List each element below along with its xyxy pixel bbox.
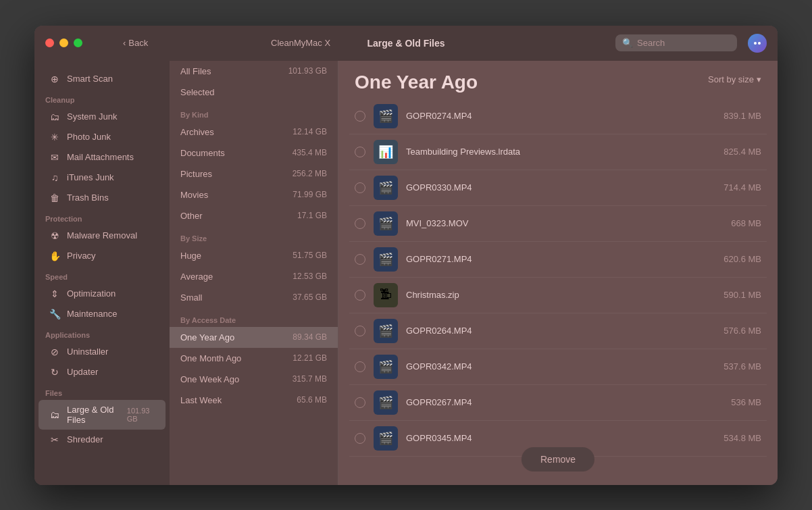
sidebar-item-updater[interactable]: ↻ Updater <box>39 362 166 382</box>
sidebar-item-label: Optimization <box>67 288 116 299</box>
table-row[interactable]: 🗜 Christmas.zip 590.1 MB <box>349 278 767 313</box>
system-junk-icon: 🗂 <box>49 111 60 122</box>
file-checkbox[interactable] <box>355 218 365 229</box>
sidebar-item-optimization[interactable]: ⇕ Optimization <box>39 284 166 304</box>
sidebar-item-maintenance[interactable]: 🔧 Maintenance <box>39 304 166 324</box>
file-icon: 📊 <box>374 140 398 164</box>
sidebar-section-speed: Speed <box>34 266 170 284</box>
sidebar-item-large-old-files[interactable]: 🗂 Large & Old Files 101.93 GB <box>39 400 166 430</box>
sidebar-item-itunes-junk[interactable]: ♫ iTunes Junk <box>39 168 166 188</box>
filter-section-by-kind: By Kind <box>170 103 338 122</box>
trash-icon: 🗑 <box>49 193 60 203</box>
sort-label: Sort by size <box>708 74 754 84</box>
filter-label: One Month Ago <box>180 353 241 363</box>
table-row[interactable]: 🎬 MVI_0323.MOV 668 MB <box>349 206 767 242</box>
filter-archives[interactable]: Archives 12.14 GB <box>170 122 338 143</box>
avatar[interactable] <box>748 34 767 53</box>
filter-label: Movies <box>180 190 208 200</box>
file-checkbox[interactable] <box>355 147 365 157</box>
filter-one-month-ago[interactable]: One Month Ago 12.21 GB <box>170 348 338 369</box>
sidebar-item-smart-scan[interactable]: ⊕ Smart Scan <box>39 69 166 89</box>
sidebar-item-system-junk[interactable]: 🗂 System Junk <box>39 107 166 127</box>
filter-section-by-size: By Size <box>170 226 338 245</box>
minimize-button[interactable] <box>59 39 68 47</box>
file-icon: 🎬 <box>374 247 398 272</box>
filter-movies[interactable]: Movies 71.99 GB <box>170 184 338 205</box>
search-bar[interactable]: 🔍 <box>615 34 737 51</box>
filter-section-by-access: By Access Date <box>170 308 338 327</box>
file-checkbox[interactable] <box>355 182 365 193</box>
table-row[interactable]: 🎬 GOPR0342.MP4 537.6 MB <box>349 349 767 385</box>
sidebar-item-label: Uninstaller <box>67 347 108 357</box>
search-input[interactable] <box>637 38 730 48</box>
avatar-dot <box>758 42 761 45</box>
table-row[interactable]: 🎬 GOPR0271.MP4 620.6 MB <box>349 242 767 278</box>
filter-average[interactable]: Average 12.53 GB <box>170 266 338 287</box>
filter-small[interactable]: Small 37.65 GB <box>170 287 338 308</box>
filter-size: 435.4 MB <box>293 148 327 157</box>
sidebar-item-label: Large & Old Files <box>67 405 120 425</box>
sidebar-item-label: Trash Bins <box>67 193 109 203</box>
sidebar-item-malware-removal[interactable]: ☢ Malware Removal <box>39 226 166 246</box>
file-checkbox[interactable] <box>355 433 365 444</box>
file-size: 576.6 MB <box>724 326 761 336</box>
filter-size: 65.6 MB <box>297 395 327 405</box>
sidebar-item-photo-junk[interactable]: ✳ Photo Junk <box>39 127 166 147</box>
filter-one-week-ago[interactable]: One Week Ago 315.7 MB <box>170 369 338 390</box>
table-row[interactable]: 🎬 GOPR0264.MP4 576.6 MB <box>349 313 767 349</box>
itunes-icon: ♫ <box>49 172 60 183</box>
file-checkbox[interactable] <box>355 254 365 265</box>
filter-one-year-ago[interactable]: One Year Ago 89.34 GB <box>170 327 338 348</box>
filter-size: 89.34 GB <box>293 332 327 342</box>
main-content: One Year Ago Sort by size ▾ 🎬 GOPR0274.M… <box>338 61 778 485</box>
file-icon: 🎬 <box>374 176 398 200</box>
uninstaller-icon: ⊘ <box>49 347 60 357</box>
file-icon: 🎬 <box>374 390 398 415</box>
sort-button[interactable]: Sort by size ▾ <box>708 72 761 84</box>
filter-selected[interactable]: Selected <box>170 82 338 103</box>
file-icon: 🎬 <box>374 426 398 451</box>
file-size: 825.4 MB <box>724 147 761 157</box>
sidebar-item-trash-bins[interactable]: 🗑 Trash Bins <box>39 188 166 208</box>
table-row[interactable]: 🎬 GOPR0330.MP4 714.4 MB <box>349 170 767 206</box>
sidebar-section-applications: Applications <box>34 324 170 342</box>
filter-size: 51.75 GB <box>293 251 327 260</box>
app-title: CleanMyMac X <box>271 38 330 48</box>
sidebar-item-uninstaller[interactable]: ⊘ Uninstaller <box>39 342 166 362</box>
remove-button[interactable]: Remove <box>522 447 594 471</box>
table-row[interactable]: 🎬 GOPR0267.MP4 536 MB <box>349 385 767 421</box>
file-icon: 🎬 <box>374 319 398 343</box>
file-name: GOPR0342.MP4 <box>406 361 715 372</box>
file-checkbox[interactable] <box>355 397 365 408</box>
file-name: GOPR0345.MP4 <box>406 433 715 443</box>
filter-label: Small <box>180 292 203 303</box>
file-checkbox[interactable] <box>355 361 365 372</box>
file-size: 668 MB <box>731 218 761 228</box>
sidebar-item-privacy[interactable]: ✋ Privacy <box>39 246 166 266</box>
optimization-icon: ⇕ <box>49 288 60 299</box>
filter-all-files[interactable]: All Files 101.93 GB <box>170 61 338 82</box>
table-row[interactable]: 🎬 GOPR0274.MP4 839.1 MB <box>349 99 767 134</box>
table-row[interactable]: 📊 Teambuilding Previews.lrdata 825.4 MB <box>349 134 767 170</box>
sidebar-item-mail-attachments[interactable]: ✉ Mail Attachments <box>39 147 166 168</box>
file-size: 534.8 MB <box>724 433 761 443</box>
mail-icon: ✉ <box>49 152 60 163</box>
filter-size: 17.1 GB <box>297 211 327 220</box>
file-size: 590.1 MB <box>724 290 761 300</box>
filter-pictures[interactable]: Pictures 256.2 MB <box>170 163 338 184</box>
back-label: Back <box>128 38 148 48</box>
file-size: 839.1 MB <box>724 111 761 121</box>
filter-other[interactable]: Other 17.1 GB <box>170 205 338 226</box>
file-name: GOPR0330.MP4 <box>406 182 715 193</box>
filter-huge[interactable]: Huge 51.75 GB <box>170 245 338 266</box>
close-button[interactable] <box>45 39 54 47</box>
sidebar-item-shredder[interactable]: ✂ Shredder <box>39 430 166 450</box>
file-checkbox[interactable] <box>355 111 365 122</box>
filter-size: 101.93 GB <box>288 66 327 76</box>
maximize-button[interactable] <box>74 39 82 47</box>
file-checkbox[interactable] <box>355 326 365 336</box>
filter-documents[interactable]: Documents 435.4 MB <box>170 143 338 163</box>
back-button[interactable]: ‹ Back <box>123 38 148 48</box>
file-checkbox[interactable] <box>355 290 365 301</box>
filter-last-week[interactable]: Last Week 65.6 MB <box>170 390 338 411</box>
